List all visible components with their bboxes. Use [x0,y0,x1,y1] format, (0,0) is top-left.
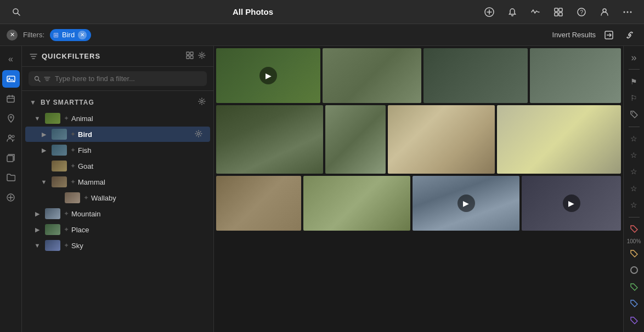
top-bar-center: All Photos [233,7,273,16]
filter-search-input[interactable] [55,75,201,83]
place-label: Place [71,226,202,234]
fish-thumb [52,145,67,156]
add-icon[interactable] [482,4,497,20]
video-play-icon[interactable]: ▶ [259,67,277,84]
tree-item-bird[interactable]: ▶ ✦ Bird [25,127,210,142]
more-icon[interactable] [620,4,635,20]
photo-cell[interactable] [323,48,421,103]
fish-label: Fish [78,146,202,154]
wallaby-star: ✦ [83,194,89,202]
activity-icon[interactable] [528,4,543,20]
bird-label: Bird [78,130,195,139]
mountain-star: ✦ [64,210,69,217]
sky-thumb [45,240,60,251]
star-5-icon[interactable]: ☆ [626,198,642,212]
photo-cell[interactable] [530,48,621,103]
goat-thumb [52,161,67,171]
star-3-icon[interactable]: ☆ [626,164,642,179]
tree-item-goat[interactable]: ▶ ✦ Goat [25,158,210,174]
tree-item-fish[interactable]: ▶ ✦ Fish [25,142,210,158]
photo-row-2 [216,105,621,174]
photo-cell[interactable] [423,48,528,103]
animal-label: Animal [71,115,202,123]
layout-icon[interactable] [551,4,566,20]
photo-cell[interactable] [497,105,621,174]
tree-item-wallaby[interactable]: ▶ ✦ Wallaby [25,190,210,205]
quickfilters-grid-icon[interactable] [186,51,194,61]
bird-star: ✦ [70,130,76,138]
sidebar-item-plugins[interactable] [2,188,20,206]
right-sidebar-divider-3 [629,217,640,217]
photo-cell[interactable]: ▶ [216,48,320,103]
svg-text:?: ? [580,9,583,15]
user-icon[interactable] [597,4,612,20]
quickfilters-search-inner [29,71,207,86]
video-play-icon[interactable]: ▶ [563,194,580,212]
tag-yellow-icon[interactable] [626,247,642,261]
filter-chip-bird[interactable]: ⊞ Bird ✕ [50,29,91,41]
star-4-icon[interactable]: ☆ [626,181,642,196]
flag-outline-icon[interactable]: ⚐ [626,91,642,105]
filter-close-button[interactable]: ✕ [7,30,18,41]
filter-export-icon[interactable] [601,27,617,43]
sidebar-item-map[interactable] [2,110,20,127]
svg-point-25 [12,135,14,138]
section-chevron-down: ▼ [30,99,36,106]
flag-filled-icon[interactable]: ⚑ [626,74,642,88]
svg-point-37 [201,54,203,56]
main-area: « [0,46,644,332]
svg-rect-7 [555,13,558,16]
tag-purple-icon[interactable] [626,313,642,328]
filter-chip-close-button[interactable]: ✕ [78,31,87,39]
photo-cell[interactable] [303,176,410,231]
tree-item-mammal[interactable]: ▼ ✦ Mammal [25,174,210,190]
sidebar-collapse-icon[interactable]: « [2,50,20,68]
animal-star: ✦ [64,115,69,122]
photo-cell[interactable] [325,105,386,174]
bird-settings-icon[interactable] [195,130,202,139]
right-sidebar: » ⚑ ⚐ ☆ ☆ ☆ ☆ ☆ 100% [623,46,644,332]
top-bar-right: ? [482,4,635,20]
invert-results-button[interactable]: Invert Results [552,31,596,39]
animal-thumb [45,113,60,124]
tag-red-icon[interactable] [626,221,642,236]
zoom-circle-icon[interactable] [626,263,642,277]
photo-cell[interactable]: ▶ [522,176,621,231]
tree-item-sky[interactable]: ▼ ✦ Sky [25,238,210,253]
wallaby-thumb [65,192,80,203]
bell-icon[interactable] [505,4,520,20]
section-smarttag-title: BY SMARTTAG [41,99,94,106]
tree-item-place[interactable]: ▶ ✦ Place [25,222,210,237]
photo-cell[interactable] [388,105,495,174]
svg-point-45 [632,112,633,113]
tag-icon[interactable] [626,107,642,122]
svg-rect-19 [7,96,14,102]
tree-item-animal[interactable]: ▼ ✦ Animal [25,111,210,126]
place-thumb [45,224,60,235]
filter-chip-icon: ⊞ [53,31,59,39]
mountain-thumb [45,208,60,219]
sidebar-item-albums[interactable] [2,149,20,167]
bird-chevron: ▶ [39,130,48,139]
help-icon[interactable]: ? [574,4,589,20]
section-by-smarttag[interactable]: ▼ BY SMARTTAG [22,94,213,110]
search-icon[interactable] [9,4,24,20]
video-play-icon[interactable]: ▶ [457,194,475,212]
right-sidebar-collapse-icon[interactable]: » [626,50,642,65]
photo-cell[interactable]: ▶ [413,176,519,231]
tree-item-mountain[interactable]: ▶ ✦ Mountain [25,206,210,221]
photo-cell[interactable] [216,105,323,174]
star-2-icon[interactable]: ☆ [626,148,642,162]
star-1-icon[interactable]: ☆ [626,131,642,145]
quickfilters-settings-icon[interactable] [198,51,206,61]
filter-link-icon[interactable] [622,27,637,43]
svg-rect-8 [559,13,562,16]
photo-cell[interactable] [216,176,301,231]
tag-green-icon[interactable] [626,280,642,294]
sidebar-item-photos[interactable] [2,70,20,88]
sidebar-item-folders[interactable] [2,169,20,186]
tag-blue-icon[interactable] [626,296,642,311]
section-settings-icon[interactable] [198,98,206,107]
sidebar-item-people[interactable] [2,129,20,147]
sidebar-item-calendar[interactable] [2,90,20,107]
